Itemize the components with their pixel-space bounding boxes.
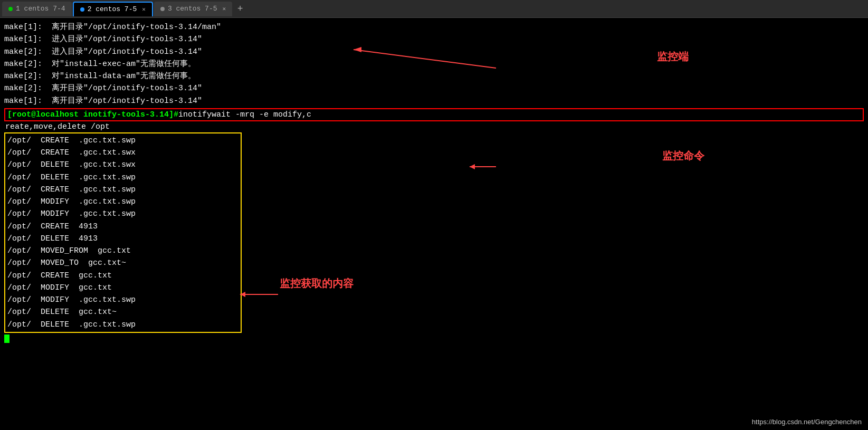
- tab-2-close[interactable]: ✕: [142, 6, 146, 13]
- output-line-13: /opt/ MODIFY gcc.txt: [7, 282, 239, 294]
- make-line-5: make[2]: 对"install-data-am"无需做任何事。: [4, 70, 864, 82]
- tab-bar: 1 centos 7-4 2 centos 7-5 ✕ 3 centos 7-5…: [0, 0, 868, 18]
- tab-3-dot: [160, 7, 165, 11]
- output-line-3: /opt/ DELETE .gcc.txt.swx: [7, 159, 239, 171]
- output-line-8: /opt/ CREATE 4913: [7, 221, 239, 233]
- prompt-user-host: [root@localhost inotify-tools-3.14]#: [7, 110, 178, 119]
- output-line-15: /opt/ DELETE gcc.txt~: [7, 306, 239, 318]
- output-box: /opt/ CREATE .gcc.txt.swp /opt/ CREATE .…: [4, 132, 242, 333]
- prompt-command-part1: inotifywait -mrq -e modify,c: [178, 110, 311, 119]
- output-line-16: /opt/ DELETE .gcc.txt.swp: [7, 319, 239, 331]
- tab-2[interactable]: 2 centos 7-5 ✕: [73, 2, 153, 16]
- terminal-cursor: [4, 335, 9, 343]
- tab-2-dot: [80, 7, 84, 12]
- command-prompt-box: [root@localhost inotify-tools-3.14]# ino…: [4, 108, 864, 121]
- make-line-3: make[2]: 进入目录"/opt/inotify-tools-3.14": [4, 46, 864, 58]
- tab-3[interactable]: 3 centos 7-5 ✕: [154, 2, 232, 16]
- make-line-2: make[1]: 进入目录"/opt/inotify-tools-3.14": [4, 33, 864, 45]
- tab-1-label: 1 centos 7-4: [16, 5, 65, 13]
- make-line-4: make[2]: 对"install-exec-am"无需做任何事。: [4, 58, 864, 70]
- tab-1-dot: [8, 7, 13, 11]
- output-line-11: /opt/ MOVED_TO gcc.txt~: [7, 257, 239, 269]
- output-line-2: /opt/ CREATE .gcc.txt.swx: [7, 147, 239, 159]
- output-line-4: /opt/ DELETE .gcc.txt.swp: [7, 171, 239, 184]
- annotation-jiankong-mingling: 监控命令: [662, 149, 704, 163]
- tab-1[interactable]: 1 centos 7-4: [2, 2, 72, 16]
- output-line-9: /opt/ DELETE 4913: [7, 233, 239, 245]
- tab-3-label: 3 centos 7-5: [168, 5, 217, 13]
- prompt-command-part2: reate,move,delete /opt: [4, 122, 864, 131]
- tab-3-close[interactable]: ✕: [223, 5, 226, 12]
- make-line-7: make[1]: 离开目录"/opt/inotify-tools-3.14": [4, 95, 864, 107]
- output-line-10: /opt/ MOVED_FROM gcc.txt: [7, 245, 239, 257]
- new-tab-button[interactable]: +: [233, 2, 247, 16]
- annotation-jiankong-duan: 监控端: [657, 50, 689, 64]
- output-line-6: /opt/ MODIFY .gcc.txt.swp: [7, 196, 239, 208]
- terminal-area: make[1]: 离开目录"/opt/inotify-tools-3.14/ma…: [0, 18, 868, 430]
- output-line-7: /opt/ MODIFY .gcc.txt.swp: [7, 208, 239, 220]
- make-line-6: make[2]: 离开目录"/opt/inotify-tools-3.14": [4, 82, 864, 94]
- output-line-5: /opt/ CREATE .gcc.txt.swp: [7, 184, 239, 196]
- output-line-12: /opt/ CREATE gcc.txt: [7, 270, 239, 282]
- make-line-1: make[1]: 离开目录"/opt/inotify-tools-3.14/ma…: [4, 21, 864, 33]
- output-line-14: /opt/ MODIFY .gcc.txt.swp: [7, 294, 239, 306]
- tab-2-label: 2 centos 7-5: [88, 5, 137, 13]
- annotation-jiankong-content: 监控获取的内容: [280, 276, 354, 291]
- svg-marker-3: [470, 164, 475, 169]
- output-line-1: /opt/ CREATE .gcc.txt.swp: [7, 135, 239, 147]
- watermark: https://blog.csdn.net/Gengchenchen: [752, 418, 862, 426]
